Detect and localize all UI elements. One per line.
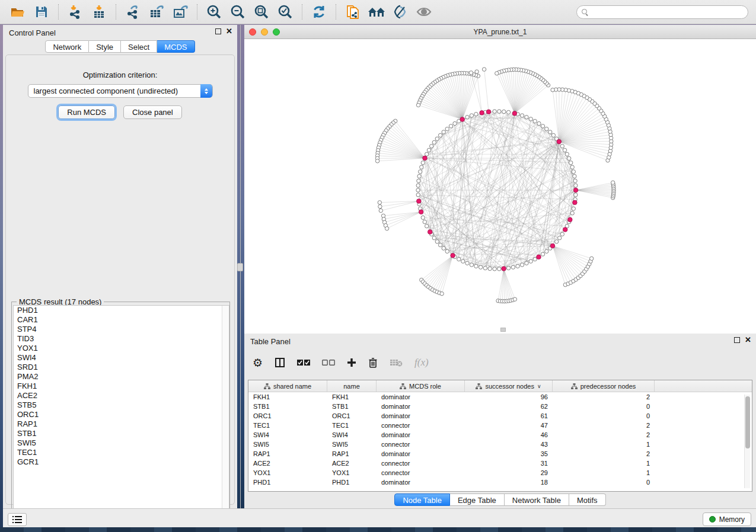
- mcds-result-item[interactable]: YOX1: [14, 344, 229, 353]
- table-cell[interactable]: 2: [553, 449, 655, 459]
- table-cell[interactable]: 0: [553, 411, 655, 421]
- mcds-result-item[interactable]: ORC1: [14, 410, 229, 419]
- show-columns-button[interactable]: [275, 357, 285, 368]
- clone-network-button[interactable]: [343, 3, 363, 21]
- zoom-fit-button[interactable]: [251, 3, 272, 21]
- table-cell[interactable]: SWI5: [248, 440, 327, 449]
- table-cell[interactable]: 2: [553, 421, 655, 430]
- table-cell[interactable]: 62: [465, 402, 553, 411]
- table-row[interactable]: RAP1RAP1dominator352: [248, 449, 752, 459]
- table-row[interactable]: STB1STB1dominator620: [248, 402, 752, 411]
- close-panel-button[interactable]: Close panel: [123, 105, 182, 119]
- table-cell[interactable]: connector: [377, 421, 465, 430]
- zoom-in-button[interactable]: [204, 3, 224, 21]
- mcds-result-list[interactable]: PHD1CAR1STP4TID3YOX1SWI4SRD1PMA2FKH1ACE2…: [13, 305, 229, 521]
- table-cell[interactable]: 1: [553, 459, 655, 468]
- table-cell[interactable]: dominator: [377, 477, 465, 487]
- run-mcds-button[interactable]: Run MCDS: [58, 105, 115, 119]
- tab-edge-table[interactable]: Edge Table: [450, 493, 505, 506]
- column-header-shared-name[interactable]: shared name: [248, 380, 327, 392]
- table-cell[interactable]: FKH1: [327, 392, 377, 402]
- zoom-out-button[interactable]: [228, 3, 248, 21]
- table-cell[interactable]: PHD1: [327, 477, 377, 487]
- unselect-all-columns-button[interactable]: [322, 359, 335, 366]
- mcds-list-scrollbar[interactable]: [222, 306, 229, 521]
- optimization-criterion-select[interactable]: largest connected component (undirected): [28, 84, 213, 98]
- delete-column-button[interactable]: [368, 357, 378, 368]
- table-row[interactable]: PHD1PHD1dominator180: [248, 477, 752, 487]
- panel-divider-grip[interactable]: [237, 263, 243, 271]
- select-all-columns-button[interactable]: [297, 359, 310, 366]
- table-cell[interactable]: connector: [377, 440, 465, 449]
- hide-panels-button[interactable]: [390, 3, 410, 21]
- table-cell[interactable]: dominator: [377, 392, 465, 402]
- home-button[interactable]: [366, 3, 387, 21]
- canvas-splitter-grip[interactable]: [500, 328, 506, 332]
- table-cell[interactable]: YOX1: [327, 468, 377, 477]
- mcds-result-item[interactable]: SWI5: [14, 438, 229, 448]
- table-options-button[interactable]: ⚙: [253, 357, 263, 368]
- table-row[interactable]: SWI5SWI5connector431: [248, 440, 752, 449]
- import-table-button[interactable]: [89, 3, 109, 21]
- close-icon[interactable]: ✕: [745, 337, 751, 343]
- table-cell[interactable]: 61: [465, 411, 553, 421]
- mcds-result-item[interactable]: TEC1: [14, 448, 229, 457]
- task-history-button[interactable]: [8, 513, 27, 526]
- table-cell[interactable]: ACE2: [248, 459, 327, 468]
- search-field[interactable]: [576, 5, 748, 19]
- table-cell[interactable]: TEC1: [327, 421, 377, 430]
- table-row[interactable]: TEC1TEC1connector472: [248, 421, 752, 430]
- open-file-button[interactable]: [8, 3, 28, 21]
- show-panels-button[interactable]: [414, 3, 434, 21]
- column-header-MCDS-role[interactable]: MCDS role: [377, 380, 465, 392]
- table-cell[interactable]: RAP1: [248, 449, 327, 459]
- table-row[interactable]: YOX1YOX1connector291: [248, 468, 752, 477]
- tab-style[interactable]: Style: [89, 40, 121, 53]
- mcds-result-item[interactable]: STB5: [14, 400, 229, 410]
- tab-network-table[interactable]: Network Table: [505, 493, 569, 506]
- table-cell[interactable]: dominator: [377, 411, 465, 421]
- export-table-button[interactable]: [146, 3, 167, 21]
- table-cell[interactable]: 0: [553, 477, 655, 487]
- table-row[interactable]: SWI4SWI4dominator462: [248, 430, 752, 440]
- create-column-button[interactable]: [347, 358, 356, 367]
- mcds-result-item[interactable]: TID3: [14, 334, 229, 344]
- table-cell[interactable]: 96: [465, 392, 553, 402]
- table-cell[interactable]: 2: [553, 430, 655, 440]
- apply-layout-button[interactable]: [309, 3, 329, 21]
- mcds-result-item[interactable]: PHD1: [14, 306, 229, 315]
- search-input[interactable]: [588, 7, 748, 18]
- table-cell[interactable]: 1: [553, 440, 655, 449]
- mcds-result-item[interactable]: CAR1: [14, 315, 229, 325]
- table-cell[interactable]: 35: [465, 449, 553, 459]
- table-cell[interactable]: dominator: [377, 402, 465, 411]
- table-cell[interactable]: 0: [553, 402, 655, 411]
- tab-node-table[interactable]: Node Table: [394, 493, 450, 506]
- mcds-result-item[interactable]: ACE2: [14, 391, 229, 400]
- float-window-icon[interactable]: [215, 28, 221, 34]
- mcds-result-item[interactable]: SWI4: [14, 353, 229, 363]
- table-cell[interactable]: 1: [553, 468, 655, 477]
- table-cell[interactable]: YOX1: [248, 468, 327, 477]
- mcds-result-item[interactable]: SRD1: [14, 363, 229, 372]
- table-scrollbar[interactable]: [744, 395, 750, 488]
- table-cell[interactable]: PHD1: [248, 477, 327, 487]
- table-cell[interactable]: RAP1: [327, 449, 377, 459]
- table-cell[interactable]: FKH1: [248, 392, 327, 402]
- table-cell[interactable]: connector: [377, 459, 465, 468]
- table-cell[interactable]: 31: [465, 459, 553, 468]
- table-cell[interactable]: ACE2: [327, 459, 377, 468]
- table-cell[interactable]: 2: [553, 392, 655, 402]
- import-network-button[interactable]: [65, 3, 85, 21]
- table-cell[interactable]: dominator: [377, 430, 465, 440]
- network-graph[interactable]: [244, 39, 756, 333]
- table-row[interactable]: FKH1FKH1dominator962: [248, 392, 752, 402]
- mcds-result-item[interactable]: GCR1: [14, 457, 229, 467]
- mcds-result-item[interactable]: RAP1: [14, 419, 229, 429]
- mcds-result-item[interactable]: STP4: [14, 325, 229, 334]
- tab-network[interactable]: Network: [45, 40, 89, 53]
- table-cell[interactable]: ORC1: [327, 411, 377, 421]
- save-session-button[interactable]: [31, 3, 52, 21]
- table-cell[interactable]: 43: [465, 440, 553, 449]
- tab-motifs[interactable]: Motifs: [569, 493, 606, 506]
